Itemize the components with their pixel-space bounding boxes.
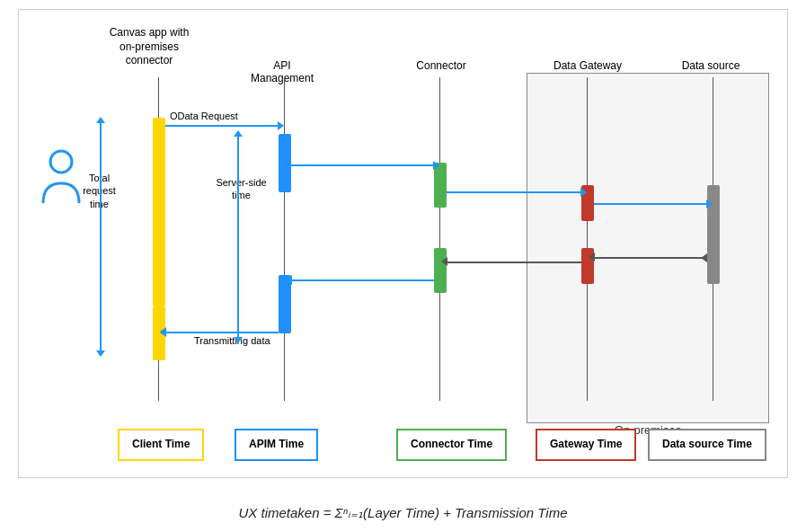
- label-server-side-time: Server-side time: [212, 176, 270, 202]
- arrow-gateway-datasource: [594, 203, 707, 205]
- arrow-total-request-time: [100, 122, 102, 351]
- legend-datasource-time: Data source Time: [648, 429, 766, 461]
- arrowhead-left-4: [160, 327, 166, 336]
- arrow-datasource-gateway-return: [594, 257, 707, 259]
- arrow-apim-connector-top: [291, 164, 434, 166]
- onpremises-box: [527, 73, 769, 423]
- vline-gateway: [587, 77, 588, 401]
- arrow-connector-gateway: [447, 191, 581, 193]
- svg-point-0: [50, 151, 72, 173]
- arrow-odata-request: [165, 125, 279, 127]
- bar-connector-bottom: [434, 248, 447, 293]
- formula: UX timetaken = Σⁿᵢ₌₁(Layer Time) + Trans…: [0, 505, 806, 521]
- label-connector: Connector: [410, 59, 473, 72]
- label-odata-request: OData Request: [170, 111, 238, 121]
- label-canvas-app: Canvas app with on-premises connector: [109, 26, 190, 68]
- legend-client-time: Client Time: [118, 429, 204, 461]
- arrowhead-left-1: [589, 253, 595, 262]
- arrowhead-left-2: [441, 257, 447, 266]
- label-transmitting-data: Transmitting data: [194, 335, 270, 346]
- diagram-container: On-premises Canvas app with on-premises …: [18, 9, 788, 478]
- arrowhead-left-3: [286, 275, 292, 284]
- vline-apim: [284, 77, 285, 401]
- arrow-apim-canvas-return: [165, 332, 279, 333]
- bar-client-time: [153, 118, 165, 306]
- arrow-gateway-connector-return: [447, 262, 581, 263]
- label-data-source: Data source: [675, 59, 747, 72]
- legend-connector-time: Connector Time: [396, 429, 507, 461]
- bar-apim-top: [279, 134, 291, 192]
- arrow-server-side-time: [237, 136, 239, 338]
- arrow-connector-apim-return: [291, 279, 434, 281]
- label-api-management: API Management: [242, 59, 323, 84]
- vline-connector: [439, 77, 440, 401]
- label-data-gateway: Data Gateway: [552, 59, 624, 72]
- legend-gateway-time: Gateway Time: [536, 429, 636, 461]
- legend-apim-time: APIM Time: [235, 429, 318, 461]
